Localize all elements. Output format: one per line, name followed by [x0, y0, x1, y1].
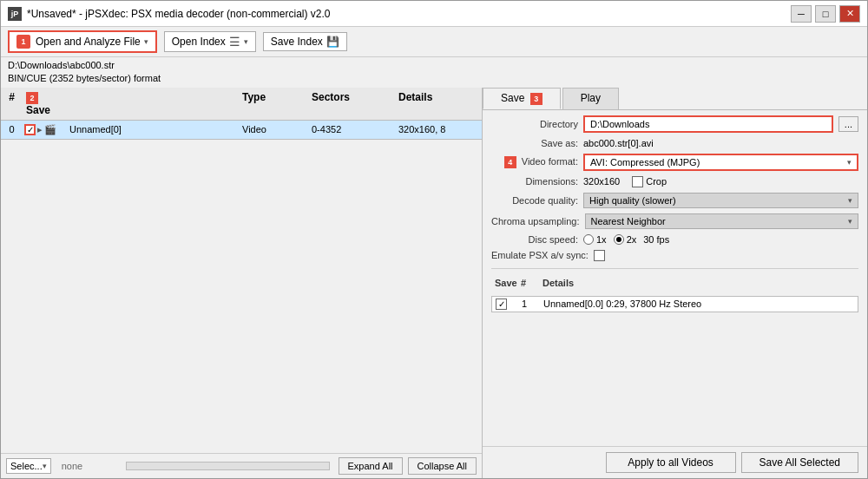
file-info: D:\Downloads\abc000.str BIN/CUE (2352 by…: [1, 57, 867, 88]
radio-1x[interactable]: 1x: [583, 234, 607, 245]
fps-label: 30 fps: [643, 234, 669, 245]
save-index-button[interactable]: Save Index 💾: [263, 32, 347, 51]
save-index-icon: 💾: [326, 36, 339, 48]
open-analyze-label: Open and Analyze File: [36, 36, 141, 48]
select-label: Selec...: [10, 461, 43, 471]
badge-2: 2: [26, 92, 38, 104]
dimensions-value: 320x160: [583, 176, 620, 187]
chroma-value: Nearest Neighbor: [591, 216, 666, 226]
file-format: BIN/CUE (2352 bytes/sector) format: [8, 72, 860, 85]
title-bar: jP *Unsaved* - jPSXdec: PSX media decode…: [1, 1, 867, 27]
save-all-selected-button[interactable]: Save All Selected: [741, 452, 858, 473]
left-bottom-bar: Selec... ▾ none Expand All Collapse All: [1, 453, 482, 478]
open-index-button[interactable]: Open Index ☰ ▾: [164, 31, 256, 52]
tab-play-label: Play: [581, 92, 601, 104]
emulate-row: Emulate PSX a/v sync:: [491, 250, 858, 261]
cell-name: Unnamed[0]: [66, 122, 239, 136]
audio-cell-num: 1: [522, 299, 543, 309]
video-format-select[interactable]: AVI: Compressed (MJPG) ▾: [583, 154, 858, 171]
right-panel: Save 3 Play Directory ... Save as:: [483, 88, 867, 478]
row-checkbox[interactable]: [24, 124, 36, 135]
radio-2x-dot: [614, 234, 624, 245]
cell-type: Video: [239, 122, 308, 136]
badge-3: 3: [530, 93, 542, 105]
video-format-value: AVI: Compressed (MJPG): [590, 157, 700, 167]
minimize-button[interactable]: ─: [791, 5, 812, 23]
format-dropdown-arrow: ▾: [847, 158, 852, 167]
apply-to-all-button[interactable]: Apply to all Videos: [606, 452, 736, 473]
close-button[interactable]: ✕: [839, 5, 860, 23]
crop-checkbox[interactable]: [632, 176, 643, 187]
disc-speed-row: Disc speed: 1x 2x 30 fps: [491, 234, 858, 245]
dimensions-label: Dimensions:: [491, 176, 578, 187]
col-header-num: #: [1, 89, 23, 118]
col-header-details: Details: [395, 89, 482, 118]
divider: [491, 268, 858, 269]
title-bar-left: jP *Unsaved* - jPSXdec: PSX media decode…: [8, 7, 331, 21]
file-path: D:\Downloads\abc000.str: [8, 59, 860, 72]
directory-label: Directory: [491, 119, 578, 129]
audio-col-save: Save: [495, 278, 521, 288]
open-index-label: Open Index: [172, 36, 226, 48]
emulate-checkbox[interactable]: [594, 250, 605, 261]
select-arrow: ▾: [43, 462, 47, 470]
save-as-label: Save as:: [491, 138, 578, 148]
save-index-label: Save Index: [271, 36, 323, 48]
left-panel: # 2 Save Type Sectors Details 0 ▸ 🎬: [1, 88, 483, 478]
right-content: Directory ... Save as: abc000.str[0].avi…: [483, 110, 867, 446]
cell-num: 0: [1, 122, 23, 136]
toolbar: 1 Open and Analyze File ▾ Open Index ☰ ▾…: [1, 27, 867, 57]
cell-details: 320x160, 8: [395, 122, 482, 136]
cell-save: ▸ 🎬: [23, 122, 66, 137]
disc-speed-radios: 1x 2x 30 fps: [583, 234, 669, 245]
audio-checkbox[interactable]: [496, 299, 507, 310]
main-window: jP *Unsaved* - jPSXdec: PSX media decode…: [0, 0, 868, 479]
tab-play[interactable]: Play: [562, 88, 619, 109]
expand-all-button[interactable]: Expand All: [339, 457, 403, 475]
chroma-dropdown-arrow: ▾: [848, 217, 852, 226]
browse-button[interactable]: ...: [838, 116, 858, 132]
horizontal-scrollbar[interactable]: [126, 462, 329, 470]
audio-cell-save: [496, 299, 522, 310]
col-header-type: Type: [239, 89, 308, 118]
col-header-save: 2 Save: [23, 89, 66, 118]
dimensions-row: Dimensions: 320x160 Crop: [491, 176, 858, 187]
radio-1x-label: 1x: [596, 234, 607, 245]
table-row[interactable]: 0 ▸ 🎬 Unnamed[0] Video 0-4352 320x160, 8: [1, 121, 482, 140]
save-as-row: Save as: abc000.str[0].avi: [491, 138, 858, 148]
radio-1x-dot: [583, 234, 594, 245]
open-index-icon: ☰: [229, 35, 240, 49]
decode-quality-label: Decode quality:: [491, 195, 578, 206]
bottom-actions: Apply to all Videos Save All Selected: [483, 446, 867, 478]
select-dropdown-button[interactable]: Selec... ▾: [6, 458, 51, 474]
app-icon: jP: [8, 7, 22, 21]
radio-2x-label: 2x: [627, 234, 637, 245]
window-controls: ─ □ ✕: [791, 5, 860, 23]
badge-4: 4: [504, 156, 516, 168]
open-analyze-button[interactable]: 1 Open and Analyze File ▾: [8, 30, 157, 53]
badge-1: 1: [16, 35, 30, 49]
audio-col-num: #: [521, 278, 542, 288]
audio-cell-details: Unnamed[0.0] 0:29, 37800 Hz Stereo: [543, 299, 854, 309]
quality-dropdown-arrow: ▾: [848, 196, 852, 205]
video-format-row: 4 Video format: AVI: Compressed (MJPG) ▾: [491, 154, 858, 171]
save-as-value: abc000.str[0].avi: [583, 138, 654, 148]
open-index-arrow: ▾: [244, 37, 248, 46]
decode-quality-select[interactable]: High quality (slower) ▾: [583, 193, 858, 208]
open-dropdown-arrow: ▾: [144, 37, 148, 46]
radio-2x[interactable]: 2x: [614, 234, 637, 245]
collapse-all-button[interactable]: Collapse All: [408, 457, 477, 475]
tab-save-label: Save: [501, 92, 524, 104]
directory-row: Directory ...: [491, 115, 858, 133]
tab-save[interactable]: Save 3: [483, 88, 561, 109]
directory-input[interactable]: [583, 115, 833, 133]
chroma-select[interactable]: Nearest Neighbor ▾: [585, 213, 859, 229]
cell-sectors: 0-4352: [308, 122, 395, 136]
table-body: 0 ▸ 🎬 Unnamed[0] Video 0-4352 320x160, 8: [1, 121, 482, 453]
audio-table-header: Save # Details: [491, 276, 858, 290]
emulate-label: Emulate PSX a/v sync:: [491, 250, 589, 260]
maximize-button[interactable]: □: [815, 5, 836, 23]
table-header: # 2 Save Type Sectors Details: [1, 88, 482, 121]
chroma-label: Chroma upsampling:: [491, 216, 580, 226]
none-label: none: [56, 459, 117, 473]
